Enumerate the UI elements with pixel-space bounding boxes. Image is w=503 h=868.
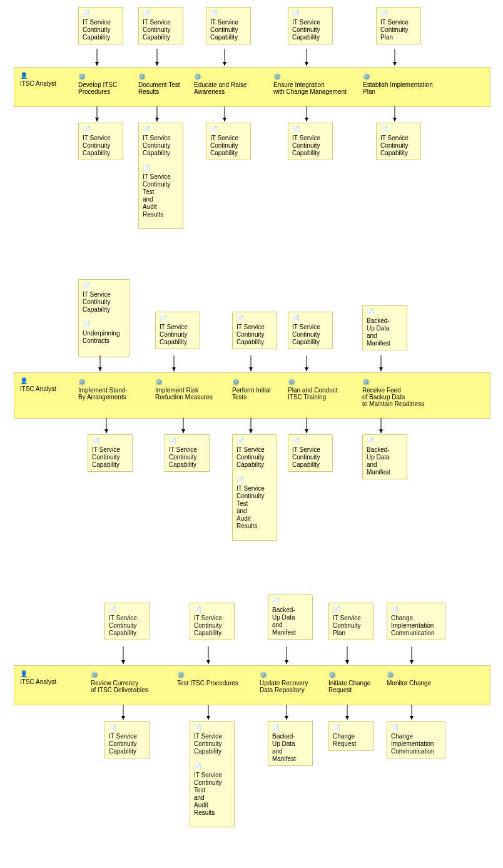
connectors xyxy=(0,0,503,868)
